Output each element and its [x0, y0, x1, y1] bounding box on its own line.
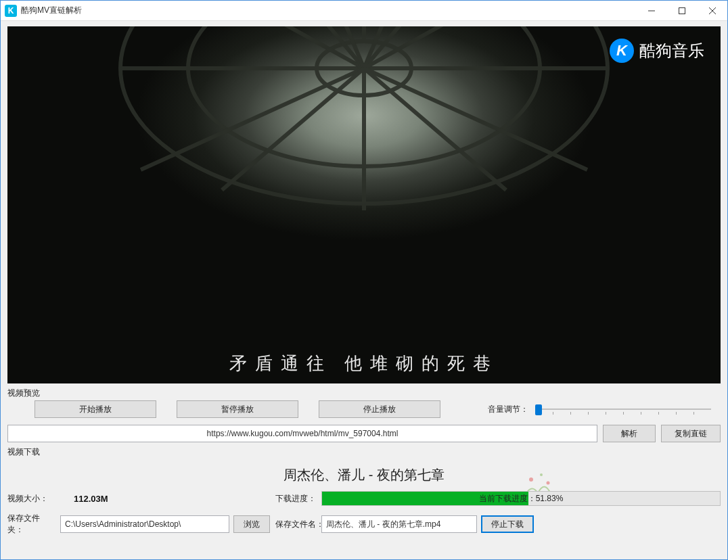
volume-label: 音量调节： [488, 404, 528, 415]
parse-button[interactable]: 解析 [603, 425, 656, 442]
close-button[interactable] [697, 1, 727, 21]
brand-name: 酷狗音乐 [639, 40, 704, 62]
svg-line-12 [141, 68, 364, 170]
svg-line-19 [364, 68, 506, 190]
brand-watermark: K 酷狗音乐 [610, 39, 704, 63]
folder-input[interactable] [60, 515, 229, 533]
volume-slider-thumb[interactable] [535, 404, 542, 415]
progress-text: 当前下载进度：51.83% [322, 492, 720, 505]
volume-slider[interactable] [535, 402, 711, 416]
size-value: 112.03M [60, 494, 270, 504]
progress-label: 下载进度： [275, 493, 316, 505]
folder-label: 保存文件夹： [7, 513, 55, 536]
pause-button[interactable]: 暂停播放 [177, 400, 298, 418]
maximize-button[interactable] [666, 1, 697, 21]
brand-logo-icon: K [610, 39, 634, 63]
svg-line-13 [364, 68, 587, 170]
video-preview[interactable]: K 酷狗音乐 矛盾通往 他堆砌的死巷 [7, 26, 721, 383]
progress-bar: 当前下载进度：51.83% [321, 491, 721, 506]
window-title: 酷狗MV直链解析 [21, 5, 82, 16]
content-area: K 酷狗音乐 矛盾通往 他堆砌的死巷 视频预览 开始播放 暂停播放 停止播放 音… [1, 21, 727, 559]
video-frame-image [7, 26, 721, 383]
browse-button[interactable]: 浏览 [233, 515, 270, 533]
copy-link-button[interactable]: 复制直链 [661, 425, 721, 442]
dome-overlay [60, 26, 668, 251]
size-label: 视频大小： [7, 493, 55, 505]
url-input[interactable] [7, 425, 597, 442]
song-title: 周杰伦、潘儿 - 夜的第七章 [7, 466, 721, 484]
app-window: K 酷狗MV直链解析 [0, 0, 728, 560]
url-row: 解析 复制直链 [7, 425, 721, 442]
stop-download-button[interactable]: 停止下载 [481, 515, 534, 533]
download-section: 周杰伦、潘儿 - 夜的第七章 小刀娱乐 视频大小： 112.03M 下载进度： … [7, 462, 721, 536]
filename-input[interactable] [321, 515, 477, 533]
titlebar[interactable]: K 酷狗MV直链解析 [1, 1, 727, 21]
app-icon: K [5, 5, 17, 17]
preview-section-label: 视频预览 [7, 388, 721, 399]
svg-line-18 [222, 68, 364, 190]
stop-playback-button[interactable]: 停止播放 [319, 400, 440, 418]
playback-controls: 开始播放 暂停播放 停止播放 音量调节： [7, 400, 721, 422]
minimize-button[interactable] [636, 1, 666, 21]
filename-label: 保存文件名： [275, 519, 316, 530]
video-subtitle: 矛盾通往 他堆砌的死巷 [7, 352, 721, 375]
play-button[interactable]: 开始播放 [35, 400, 156, 418]
download-section-label: 视频下载 [7, 446, 721, 458]
svg-rect-1 [679, 7, 685, 14]
